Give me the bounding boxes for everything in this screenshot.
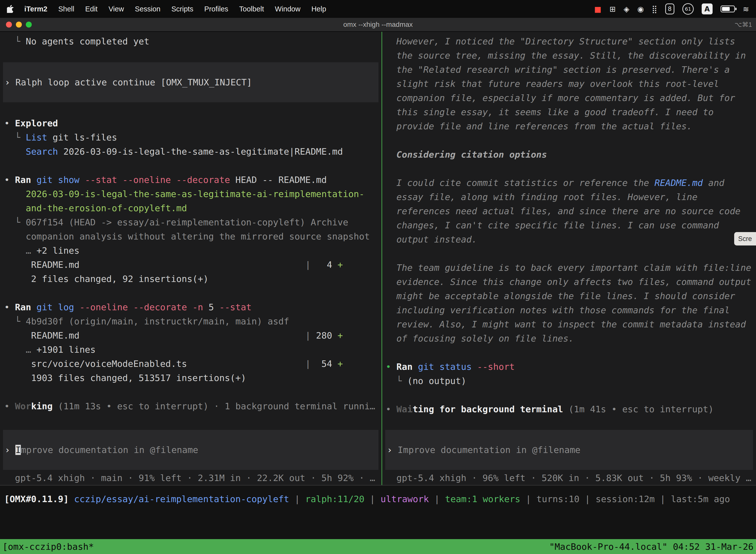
inject-message-box[interactable]: › Ralph loop active continue [OMX_TMUX_I…	[3, 62, 378, 102]
stat-pill-icon[interactable]: 8	[665, 3, 674, 14]
menu-toolbelt[interactable]: Toolbelt	[239, 5, 264, 13]
menu-shell[interactable]: Shell	[58, 5, 74, 13]
terminal-line: 1903 files changed, 513517 insertions(+)	[4, 371, 381, 385]
window-shortcut-badge: ⌥⌘1	[735, 21, 756, 29]
menu-scripts[interactable]: Scripts	[171, 5, 193, 13]
menu-view[interactable]: View	[108, 5, 124, 13]
left-pane-output: • Explored └ List git ls-files Search 20…	[0, 116, 381, 413]
terminal-line: the "Related research writing" section i…	[386, 63, 756, 77]
menu-window[interactable]: Window	[275, 5, 300, 13]
terminal-line: and-the-erosion-of-copyleft.md	[4, 201, 381, 215]
battery-icon[interactable]	[720, 5, 735, 12]
terminal-line: slight risk that future readers may over…	[386, 77, 756, 91]
terminal-line: However, I noticed the "Directory Struct…	[386, 34, 756, 48]
traffic-lights	[0, 21, 32, 27]
window-title: omx --xhigh --madmax	[0, 20, 756, 29]
terminal-line: └ No agents completed yet	[4, 34, 381, 48]
terminal-line: Considering citation options	[386, 148, 756, 162]
battery-percent-badge[interactable]: 61	[682, 3, 694, 15]
terminal-line	[386, 388, 756, 402]
apple-menu-icon[interactable]	[7, 5, 14, 13]
terminal-line: companion file, especially if more comme…	[386, 91, 756, 105]
terminal-line: src/voice/voiceModeEnabled.ts | 54 +	[4, 357, 381, 371]
terminal-line: Search 2026-03-09-is-legal-the-same-as-l…	[4, 145, 381, 159]
menu-bar: iTerm2ShellEditViewSessionScriptsProfile…	[0, 0, 756, 18]
menu-items: iTerm2ShellEditViewSessionScriptsProfile…	[24, 5, 337, 13]
right-pane-output: However, I noticed the "Directory Struct…	[382, 34, 756, 416]
terminal-line: 2026-03-09-is-legal-the-same-as-legitima…	[4, 187, 381, 201]
terminal-line: evidence. Since this change only affects…	[386, 275, 756, 289]
terminal-line: … +2 lines	[4, 243, 381, 258]
terminal-line: of focusing solely on file lines.	[386, 331, 756, 345]
close-button[interactable]	[6, 21, 12, 27]
menu-edit[interactable]: Edit	[85, 5, 98, 13]
terminal-line: companion analysis without altering the …	[4, 229, 381, 243]
dots-grid-icon[interactable]: ⣿	[652, 5, 657, 13]
screen-notification-label: Scre	[738, 235, 752, 243]
omx-status-bar: [OMX#0.11.9] cczip/essay/ai-reimplementa…	[0, 486, 756, 507]
terminal-line	[386, 133, 756, 148]
terminal-line: • Ran git show --stat --oneline --decora…	[4, 173, 381, 187]
window-titlebar[interactable]: omx --xhigh --madmax ⌥⌘1	[0, 18, 756, 32]
terminal-line: • Ran git log --oneline --decorate -n 5 …	[4, 300, 381, 314]
screen-recording-indicator[interactable]: ◼	[594, 4, 602, 14]
terminal-line	[4, 286, 381, 300]
terminal-area: └ No agents completed yet › Ralph loop a…	[0, 32, 756, 554]
terminal-line	[4, 159, 381, 173]
left-pane-preamble: └ No agents completed yet	[0, 34, 381, 48]
terminal-line: • Ran git status --short	[386, 359, 756, 374]
terminal-line: README.md | 280 +	[4, 328, 381, 342]
app-grid-icon[interactable]: ⊞	[610, 5, 616, 13]
terminal-line: essay file, along with finding root file…	[386, 190, 756, 204]
terminal-line: └ 4b9d30f (origin/main, instructkr/main,…	[4, 314, 381, 328]
terminal-line: review. Also, I might want to inspect th…	[386, 317, 756, 331]
terminal-line: The team guideline is to back every impo…	[386, 261, 756, 275]
zoom-button[interactable]	[26, 21, 32, 27]
menu-profiles[interactable]: Profiles	[204, 5, 229, 13]
terminal-line: README.md | 4 +	[4, 258, 381, 272]
app-circle-icon[interactable]: ◉	[637, 5, 644, 13]
terminal-line: • Waiting for background terminal (1m 41…	[386, 402, 756, 416]
terminal-line: 2 files changed, 92 insertions(+)	[4, 272, 381, 286]
menu-status-icons: ◼⊞◈◉⣿861A≋	[594, 3, 749, 15]
prompt-input-left-text: › Improve documentation in @filename	[5, 443, 376, 457]
terminal-line: I could cite commit statistics or refere…	[386, 176, 756, 190]
menu-session[interactable]: Session	[135, 5, 161, 13]
terminal-line: this single essay, it seems like a good …	[386, 105, 756, 119]
terminal-line: └ 067f154 (HEAD -> essay/ai-reimplementa…	[4, 215, 381, 229]
terminal-line: output instead.	[386, 232, 756, 246]
menu-iterm2[interactable]: iTerm2	[24, 5, 47, 13]
left-pane-statusline: gpt-5.4 xhigh · main · 91% left · 2.31M …	[0, 471, 381, 485]
menu-help[interactable]: Help	[311, 5, 326, 13]
terminal-line: references need actual files, and since …	[386, 204, 756, 218]
terminal-line	[386, 246, 756, 261]
right-pane-statusline: gpt-5.4 xhigh · 96% left · 520K in · 5.8…	[382, 471, 756, 485]
left-agent-pane[interactable]: └ No agents completed yet › Ralph loop a…	[0, 32, 381, 485]
terminal-line: • Working (11m 13s • esc to interrupt) ·…	[4, 399, 381, 413]
prompt-input-left[interactable]: › Improve documentation in @filename	[3, 430, 378, 470]
terminal-line	[386, 345, 756, 359]
terminal-line	[386, 162, 756, 176]
terminal-line: including verification notes with those …	[386, 303, 756, 317]
minimize-button[interactable]	[16, 21, 22, 27]
tmux-host-time: "MacBook-Pro-44.local" 04:52 31-Mar-26	[549, 542, 754, 552]
prompt-input-right-text: › Improve documentation in @filename	[387, 443, 750, 457]
terminal-line: └ (no output)	[386, 374, 756, 388]
tmux-status-bar: [omx-cczip0:bash* "MacBook-Pro-44.local"…	[0, 539, 756, 554]
terminal-line: • Explored	[4, 116, 381, 130]
tmux-panes: └ No agents completed yet › Ralph loop a…	[0, 32, 756, 485]
wifi-icon[interactable]: ≋	[743, 5, 749, 13]
app-diamond-icon[interactable]: ◈	[624, 5, 629, 13]
input-source-icon[interactable]: A	[702, 3, 712, 14]
terminal-line	[4, 385, 381, 399]
terminal-line: the source tree, missing the essay. Stil…	[386, 48, 756, 63]
terminal-line: … +1901 lines	[4, 342, 381, 357]
terminal-line: might be acceptable alongside the file l…	[386, 289, 756, 303]
right-agent-pane[interactable]: However, I noticed the "Directory Struct…	[382, 32, 756, 485]
terminal-line: provide file and line references from th…	[386, 119, 756, 133]
tmux-session-info: [omx-cczip0:bash*	[2, 542, 94, 552]
prompt-input-right[interactable]: › Improve documentation in @filename	[385, 430, 753, 470]
screen-notification-tab[interactable]: Scre	[734, 232, 756, 245]
terminal-line: changes, I can't cite specific file line…	[386, 218, 756, 232]
terminal-line: └ List git ls-files	[4, 130, 381, 145]
